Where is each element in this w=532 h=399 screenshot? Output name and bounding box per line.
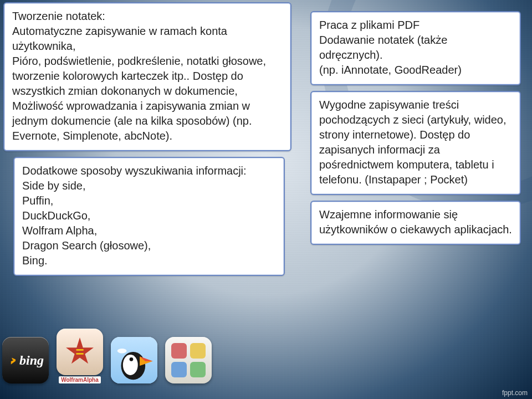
wolfram-icon-wrap: = WolframAlpha [57, 329, 103, 383]
wolfram-star-icon: = [65, 337, 94, 366]
notes-text: Tworzenie notatek: Automatyczne zapisywa… [12, 10, 266, 142]
sharing-text: Wzajemne informowanie się użytkowników o… [319, 208, 512, 236]
wolfram-icon: = [57, 329, 103, 375]
sidebyside-icon [165, 337, 212, 383]
wolfram-label: WolframAlpha [59, 376, 101, 383]
app-icons-row: bing = WolframAlpha [0, 329, 212, 383]
sharing-box: Wzajemne informowanie się użytkowników o… [310, 201, 521, 245]
left-column: Tworzenie notatek: Automatyczne zapisywa… [3, 0, 291, 276]
web-save-box: Wygodne zapisywanie treści pochodzących … [310, 91, 521, 195]
pdf-box: Praca z plikami PDF Dodawanie notatek (t… [310, 11, 521, 85]
svg-point-4 [117, 349, 127, 353]
svg-point-3 [130, 357, 134, 361]
footer-credit: fppt.com [502, 389, 528, 397]
pdf-text: Praca z plikami PDF Dodawanie notatek (t… [319, 19, 462, 76]
search-methods-text: Dodatkowe sposoby wyszukiwania informacj… [22, 165, 247, 267]
notes-box: Tworzenie notatek: Automatyczne zapisywa… [3, 2, 291, 151]
bing-label: bing [19, 353, 44, 368]
right-column: Praca z plikami PDF Dodawanie notatek (t… [310, 11, 521, 245]
web-save-text: Wygodne zapisywanie treści pochodzących … [319, 99, 507, 186]
puffin-icon [111, 337, 157, 383]
slide-content: Tworzenie notatek: Automatyczne zapisywa… [0, 0, 532, 399]
search-methods-box: Dodatkowe sposoby wyszukiwania informacj… [13, 157, 285, 276]
bing-icon: bing [2, 337, 49, 383]
